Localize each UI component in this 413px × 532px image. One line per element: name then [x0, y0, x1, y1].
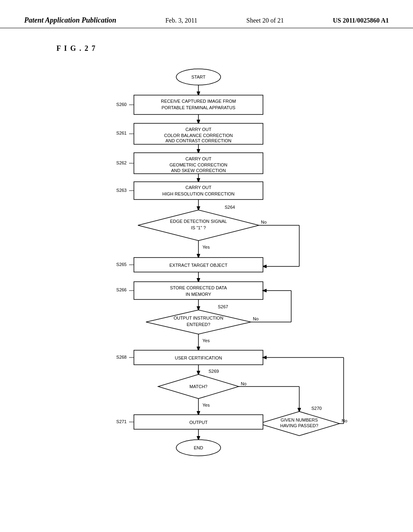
svg-text:S263: S263: [116, 188, 127, 193]
svg-text:EXTRACT TARGET OBJECT: EXTRACT TARGET OBJECT: [169, 263, 227, 268]
svg-text:S265: S265: [116, 262, 127, 267]
svg-text:CARRY OUT: CARRY OUT: [186, 156, 212, 161]
flowchart: START RECEIVE CAPTURED IMAGE FROM PORTAB…: [65, 61, 348, 486]
svg-text:S269: S269: [209, 369, 219, 374]
svg-text:END: END: [194, 445, 203, 450]
svg-text:Yes: Yes: [202, 403, 210, 407]
svg-rect-44: [134, 282, 263, 299]
svg-rect-23: [134, 182, 263, 200]
svg-text:MATCH?: MATCH?: [190, 384, 207, 389]
svg-text:CARRY OUT: CARRY OUT: [186, 185, 212, 190]
svg-text:Yes: Yes: [202, 245, 210, 249]
figure-label: F I G . 2 7: [56, 44, 413, 53]
svg-text:CARRY OUT: CARRY OUT: [186, 127, 212, 132]
svg-text:S264: S264: [225, 205, 235, 210]
page-header: Patent Application Publication Feb. 3, 2…: [0, 0, 413, 28]
publication-title: Patent Application Publication: [24, 16, 116, 25]
svg-text:RECEIVE  CAPTURED  IMAGE FROM: RECEIVE CAPTURED IMAGE FROM: [161, 99, 236, 104]
svg-text:ENTERED?: ENTERED?: [187, 322, 211, 327]
svg-text:Yes: Yes: [202, 338, 210, 343]
svg-text:No: No: [261, 220, 267, 224]
svg-text:GEOMETRIC CORRECTION: GEOMETRIC CORRECTION: [169, 162, 227, 167]
svg-text:HAVING PASSED?: HAVING PASSED?: [280, 423, 318, 428]
svg-text:HIGH RESOLUTION CORRECTION: HIGH RESOLUTION CORRECTION: [162, 191, 234, 196]
svg-rect-3: [134, 95, 263, 114]
svg-text:S262: S262: [116, 160, 127, 165]
svg-text:PORTABLE TERMINAL APPARATUS: PORTABLE TERMINAL APPARATUS: [161, 105, 235, 110]
svg-text:S260: S260: [116, 102, 127, 107]
svg-text:OUTPUT INSTRUCTION: OUTPUT INSTRUCTION: [173, 316, 223, 320]
svg-text:S267: S267: [218, 304, 228, 309]
svg-text:S261: S261: [116, 131, 127, 135]
svg-text:AND SKEW CORRECTION: AND SKEW CORRECTION: [171, 168, 226, 173]
svg-text:IN MEMORY: IN MEMORY: [186, 292, 211, 297]
svg-text:GIVEN NUMBERS: GIVEN NUMBERS: [281, 418, 318, 422]
sheet-info: Sheet 20 of 21: [246, 17, 284, 24]
svg-text:S268: S268: [116, 355, 127, 360]
svg-text:IS "1" ?: IS "1" ?: [191, 225, 206, 230]
svg-text:COLOR BALANCE CORRECTION: COLOR BALANCE CORRECTION: [164, 133, 233, 138]
publication-date: Feb. 3, 2011: [165, 17, 197, 24]
patent-number: US 2011/0025860 A1: [333, 17, 389, 24]
svg-text:S270: S270: [311, 406, 322, 411]
svg-text:OUTPUT: OUTPUT: [189, 420, 208, 425]
svg-text:No: No: [342, 418, 347, 423]
page: Patent Application Publication Feb. 3, 2…: [0, 0, 413, 532]
svg-text:S266: S266: [116, 287, 127, 292]
svg-text:EDGE DETECTION SIGNAL: EDGE DETECTION SIGNAL: [170, 219, 227, 224]
svg-text:S271: S271: [116, 419, 127, 424]
svg-text:AND CONTRAST CORRECTION: AND CONTRAST CORRECTION: [165, 138, 232, 143]
svg-text:No: No: [241, 381, 246, 386]
svg-text:USER CERTIFICATION: USER CERTIFICATION: [175, 355, 222, 360]
svg-text:STORE CORRECTED DATA: STORE CORRECTED DATA: [170, 285, 227, 290]
svg-text:START: START: [191, 75, 205, 79]
svg-text:No: No: [253, 316, 259, 321]
